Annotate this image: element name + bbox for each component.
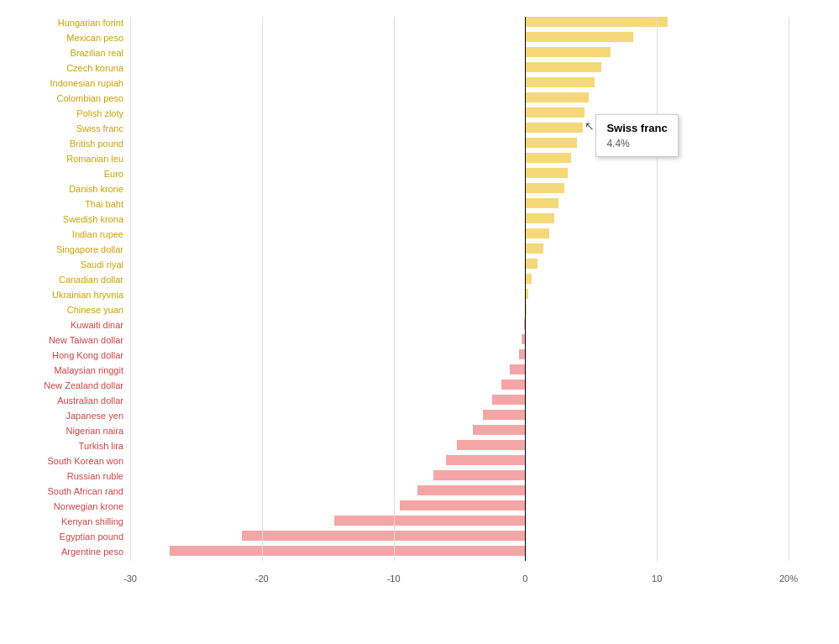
bar-label: Indian rupee — [72, 229, 123, 239]
bar-label: Argentine peso — [61, 547, 123, 557]
bar-label: Canadian dollar — [59, 275, 123, 285]
bar-label: Russian ruble — [67, 471, 123, 481]
bar-label: Saudi riyal — [81, 259, 123, 270]
bar-visual — [473, 425, 526, 435]
bar-label: Turkish lira — [79, 441, 123, 451]
x-axis-label: 10 — [652, 573, 662, 584]
bar-label: New Taiwan dollar — [49, 335, 123, 345]
x-axis-label: 0 — [522, 573, 527, 584]
bar-label: Nigerian naira — [66, 426, 123, 436]
x-axis-label: -30 — [123, 573, 137, 584]
bar-label: Euro — [104, 169, 123, 179]
bar-visual — [525, 274, 532, 284]
bar-label: Colombian peso — [57, 93, 124, 103]
bar-label: Chinese yuan — [67, 305, 123, 315]
cursor-indicator: ↖ — [585, 119, 595, 133]
tooltip-value: 4.4% — [606, 138, 667, 149]
grid-line — [657, 17, 658, 561]
bar-visual — [525, 77, 595, 87]
bar-visual — [525, 32, 633, 42]
bar-visual — [525, 17, 667, 27]
bar-visual — [170, 546, 525, 556]
bar-label: Thai baht — [85, 199, 123, 209]
bar-label: Czech koruna — [66, 63, 123, 73]
zero-line — [525, 17, 526, 561]
bar-label: Hungarian forint — [58, 18, 123, 28]
bar-label: Indonesian rupiah — [50, 78, 123, 88]
bar-visual — [334, 516, 525, 526]
bar-visual — [525, 183, 564, 193]
bar-visual — [510, 364, 526, 374]
bars-wrapper: Hungarian forintMexican pesoBrazilian re… — [130, 17, 789, 561]
bar-label: Singapore dollar — [56, 244, 123, 254]
bar-visual — [525, 62, 601, 72]
bar-visual — [525, 123, 583, 133]
bar-label: Ukrainian hryvnia — [52, 290, 123, 300]
bar-visual — [242, 531, 525, 541]
grid-line — [394, 17, 395, 561]
bar-label: Swiss franc — [76, 123, 123, 134]
bar-label: Kuwaiti dinar — [71, 320, 123, 330]
bar-label: British pound — [70, 139, 123, 149]
bar-visual — [525, 138, 576, 148]
tooltip-title: Swiss franc — [606, 122, 667, 134]
bar-visual — [525, 168, 567, 178]
bar-label: Kenyan shilling — [61, 516, 123, 526]
bar-label: New Zealand dollar — [44, 380, 123, 390]
chart-container: Hungarian forintMexican pesoBrazilian re… — [0, 0, 839, 644]
x-axis-label: -20 — [255, 573, 269, 584]
bar-label: Japanese yen — [66, 411, 124, 421]
bar-visual — [525, 259, 537, 269]
bar-visual — [483, 410, 525, 420]
bar-visual — [501, 380, 525, 390]
bar-label: Polish zloty — [76, 108, 123, 118]
bar-label: Norwegian krone — [54, 501, 123, 511]
bar-visual — [417, 485, 526, 495]
tooltip: Swiss franc 4.4% — [595, 114, 678, 157]
bar-visual — [446, 455, 525, 465]
bar-visual — [433, 470, 526, 480]
bar-label: South Korean won — [47, 456, 123, 466]
grid-line — [130, 17, 131, 561]
bar-visual — [525, 92, 588, 102]
bar-label: Australian dollar — [57, 395, 123, 406]
bar-label: Malaysian ringgit — [54, 365, 123, 375]
bar-label: Danish krone — [69, 184, 123, 194]
bar-visual — [457, 440, 526, 450]
x-axis-label: 20% — [779, 573, 798, 584]
bar-label: South African rand — [47, 486, 123, 496]
x-axis-label: -10 — [387, 573, 401, 584]
bar-visual — [525, 213, 553, 223]
bar-visual — [525, 107, 585, 118]
bar-visual — [492, 395, 525, 405]
bar-visual — [525, 198, 558, 208]
bar-label: Brazilian real — [70, 48, 123, 58]
x-axis: -30-20-1001020% — [130, 573, 789, 590]
bar-visual — [525, 228, 548, 238]
chart-area: Hungarian forintMexican pesoBrazilian re… — [130, 17, 789, 602]
bar-visual — [525, 153, 571, 163]
bar-visual — [525, 47, 611, 57]
bar-label: Egyptian pound — [60, 531, 123, 542]
grid-line — [262, 17, 263, 561]
bar-visual — [400, 500, 525, 510]
bar-label: Swedish krona — [63, 214, 123, 224]
bar-visual — [525, 243, 543, 254]
bar-label: Hong Kong dollar — [52, 350, 123, 360]
bar-label: Romanian leu — [66, 154, 123, 164]
bar-label: Mexican peso — [66, 33, 123, 43]
bar-visual — [519, 349, 526, 359]
grid-line — [789, 17, 789, 561]
